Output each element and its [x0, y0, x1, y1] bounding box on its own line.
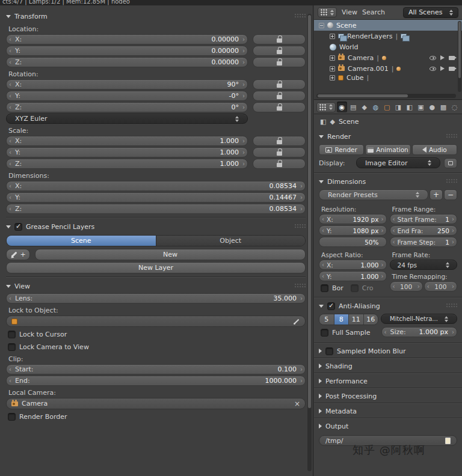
expand-box-icon[interactable]	[330, 55, 335, 61]
increment-arrow-icon[interactable]	[381, 226, 384, 235]
tab-render-layers-icon[interactable]: ▤	[348, 102, 359, 112]
animation-button[interactable]: Animation	[365, 144, 410, 155]
location-x-field[interactable]: X: 0.00000	[6, 34, 248, 44]
render-button[interactable]: Render	[319, 144, 364, 155]
rotation-z-field[interactable]: Z: 0°	[6, 102, 248, 112]
tab-render-icon[interactable]: ◉	[337, 102, 347, 112]
aspect-y-field[interactable]: Y: 1.000	[319, 271, 387, 281]
increment-arrow-icon[interactable]	[242, 159, 245, 168]
expand-triangle-icon[interactable]	[319, 424, 322, 429]
panel-grip-icon[interactable]	[446, 179, 457, 184]
outliner-vertical-scrollbar[interactable]	[458, 21, 461, 92]
outliner-horizontal-scrollbar[interactable]	[316, 94, 456, 98]
draw-new-stroke-button[interactable]: +	[6, 249, 30, 260]
selectability-arrow-icon[interactable]	[440, 66, 445, 71]
decrement-arrow-icon[interactable]	[9, 35, 11, 44]
crop-checkbox[interactable]	[351, 284, 359, 292]
clip-start-field[interactable]: Start: 0.100	[6, 364, 306, 374]
start-frame-field[interactable]: Start Frame: 1	[390, 214, 458, 224]
decrement-arrow-icon[interactable]	[9, 159, 11, 168]
decrement-arrow-icon[interactable]	[9, 365, 11, 374]
increment-arrow-icon[interactable]	[381, 272, 384, 281]
decrement-arrow-icon[interactable]	[322, 226, 324, 235]
location-z-field[interactable]: Z: 0.00000	[6, 57, 248, 67]
rotation-y-field[interactable]: Y: -0°	[6, 91, 248, 101]
decrement-arrow-icon[interactable]	[9, 136, 11, 145]
decrement-arrow-icon[interactable]	[9, 193, 11, 202]
location-y-lock-button[interactable]	[253, 46, 306, 56]
increment-arrow-icon[interactable]	[242, 58, 245, 67]
collapse-triangle-icon[interactable]	[319, 305, 324, 308]
time-remap-old-field[interactable]: 100	[390, 281, 423, 291]
frame-rate-dropdown[interactable]: 24 fps	[390, 260, 458, 270]
decrement-arrow-icon[interactable]	[384, 328, 387, 337]
decrement-arrow-icon[interactable]	[393, 226, 395, 235]
increment-arrow-icon[interactable]	[452, 215, 454, 224]
local-camera-picker[interactable]: Camera ×	[6, 398, 306, 409]
scale-z-field[interactable]: Z: 1.000	[6, 159, 248, 169]
render-panel-header[interactable]: Render	[319, 129, 457, 144]
expand-triangle-icon[interactable]	[319, 349, 322, 353]
collapse-box-icon[interactable]	[319, 23, 324, 28]
decrement-arrow-icon[interactable]	[9, 182, 11, 191]
post-processing-header[interactable]: Post Processing	[314, 389, 462, 403]
performance-header[interactable]: Performance	[314, 374, 462, 388]
panel-grip-icon[interactable]	[446, 304, 457, 308]
lock-to-cursor-checkbox[interactable]	[8, 331, 16, 338]
new-layer-button[interactable]: New Layer	[6, 262, 306, 273]
aa-sample-11-button[interactable]: 11	[348, 314, 363, 325]
scale-x-field[interactable]: X: 1.000	[6, 136, 248, 146]
increment-arrow-icon[interactable]	[452, 237, 454, 246]
editor-type-selector[interactable]	[316, 102, 336, 112]
increment-arrow-icon[interactable]	[300, 376, 303, 385]
decrement-arrow-icon[interactable]	[322, 215, 324, 224]
expand-triangle-icon[interactable]	[319, 409, 322, 413]
tab-scene-icon[interactable]: ◆	[359, 102, 369, 112]
decrement-arrow-icon[interactable]	[322, 260, 324, 269]
scrollbar-thumb[interactable]	[318, 94, 408, 97]
location-y-field[interactable]: Y: 0.00000	[6, 46, 248, 56]
view-panel-header[interactable]: View	[6, 279, 306, 293]
tab-physics-icon[interactable]: ◌	[449, 102, 460, 112]
lens-field[interactable]: Lens: 35.000	[6, 293, 306, 304]
increment-arrow-icon[interactable]	[452, 282, 454, 291]
dimensions-y-field[interactable]: Y: 0.14467	[6, 192, 306, 203]
dimensions-x-field[interactable]: X: 0.08534	[6, 181, 306, 191]
decrement-arrow-icon[interactable]	[9, 148, 11, 157]
outliner-row-world[interactable]: World	[314, 41, 462, 52]
tab-scene[interactable]: Scene	[7, 236, 156, 246]
tab-material-icon[interactable]: ●	[427, 102, 437, 112]
decrement-arrow-icon[interactable]	[9, 376, 11, 385]
border-checkbox[interactable]	[321, 284, 328, 292]
outliner-row-scene[interactable]: Scene	[314, 20, 462, 31]
increment-arrow-icon[interactable]	[300, 294, 303, 303]
aa-size-field[interactable]: Size: 1.000 px	[381, 327, 458, 337]
outliner-row-camera[interactable]: Camera |	[314, 52, 462, 63]
eyedropper-icon[interactable]	[293, 318, 300, 325]
renderability-camera-icon[interactable]	[449, 56, 455, 60]
expand-box-icon[interactable]	[330, 34, 335, 39]
expand-triangle-icon[interactable]	[319, 379, 322, 383]
grease-pencil-checkbox[interactable]	[14, 223, 22, 231]
outliner-row-camera-001[interactable]: Camera.001 |	[314, 63, 462, 74]
selectability-arrow-icon[interactable]	[440, 55, 445, 60]
decrement-arrow-icon[interactable]	[9, 58, 11, 67]
decrement-arrow-icon[interactable]	[322, 272, 324, 281]
lock-camera-to-view-checkbox[interactable]	[8, 343, 16, 351]
rotation-z-lock-button[interactable]	[253, 102, 306, 112]
increment-arrow-icon[interactable]	[242, 136, 245, 145]
tab-object[interactable]: Object	[156, 236, 306, 246]
scale-y-lock-button[interactable]	[253, 147, 306, 157]
increment-arrow-icon[interactable]	[242, 148, 245, 157]
visibility-eye-icon[interactable]	[430, 56, 436, 60]
remove-preset-button[interactable]: −	[444, 189, 457, 200]
panel-grip-icon[interactable]	[295, 224, 306, 229]
increment-arrow-icon[interactable]	[417, 282, 420, 291]
file-browse-icon[interactable]	[445, 438, 451, 444]
left-panel-scrollbar[interactable]	[307, 14, 312, 471]
increment-arrow-icon[interactable]	[242, 35, 245, 44]
full-sample-checkbox[interactable]	[321, 329, 328, 337]
outliner-row-renderlayers[interactable]: RenderLayers |	[314, 31, 462, 41]
increment-arrow-icon[interactable]	[452, 226, 454, 235]
scale-x-lock-button[interactable]	[253, 136, 306, 146]
